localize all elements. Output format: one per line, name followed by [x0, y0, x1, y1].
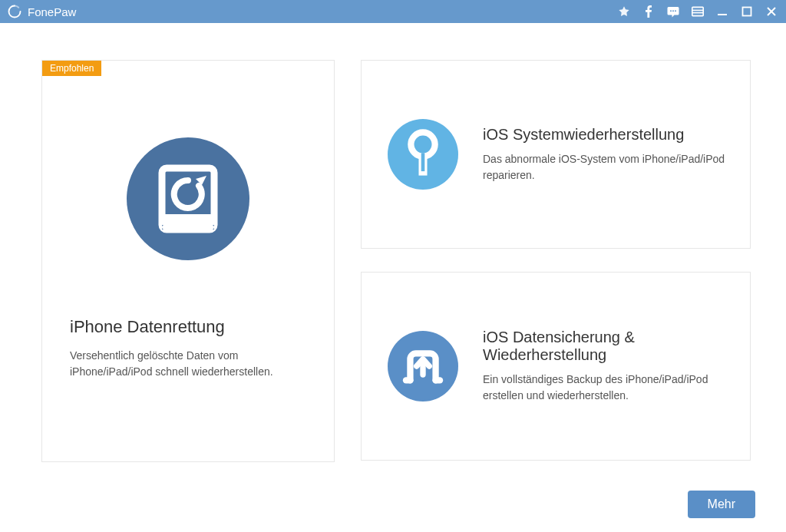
main-content: Empfohlen iPhone Datenrettung Versehentl…: [0, 23, 786, 532]
card-body: iPhone Datenrettung Versehentlich gelösc…: [42, 61, 334, 403]
card-ios-backup-restore[interactable]: iOS Datensicherung & Wiederherstellung E…: [361, 272, 751, 461]
system-recovery-icon: [385, 119, 461, 190]
card-title: iOS Datensicherung & Wiederherstellung: [483, 329, 727, 364]
svg-rect-7: [743, 8, 751, 16]
card-description: Versehentlich gelöschte Daten vom iPhone…: [70, 348, 306, 380]
data-recovery-icon: [127, 137, 249, 263]
card-description: Ein vollständiges Backup des iPhone/iPad…: [483, 372, 727, 404]
facebook-icon[interactable]: [642, 5, 656, 18]
close-button[interactable]: [765, 5, 778, 18]
app-title: FonePaw: [28, 5, 76, 18]
card-text: iOS Datensicherung & Wiederherstellung E…: [483, 329, 727, 404]
premium-icon[interactable]: [617, 5, 631, 18]
app-logo-icon: [8, 5, 21, 18]
card-description: Das abnormale iOS-System vom iPhone/iPad…: [483, 151, 727, 183]
svg-rect-3: [692, 7, 703, 15]
card-ios-system-recovery[interactable]: iOS Systemwiederherstellung Das abnormal…: [361, 60, 751, 249]
backup-restore-icon: [385, 331, 461, 401]
svg-point-1: [672, 10, 674, 12]
svg-point-2: [675, 10, 676, 12]
chat-icon[interactable]: [666, 5, 680, 18]
menu-icon[interactable]: [691, 5, 705, 18]
svg-point-0: [670, 10, 672, 12]
card-iphone-data-recovery[interactable]: Empfohlen iPhone Datenrettung Versehentl…: [41, 60, 335, 462]
minimize-button[interactable]: [715, 5, 729, 18]
card-title: iPhone Datenrettung: [70, 317, 225, 337]
svg-point-10: [127, 137, 249, 260]
svg-rect-18: [421, 153, 425, 171]
card-text: iOS Systemwiederherstellung Das abnormal…: [483, 126, 727, 183]
recommended-badge: Empfohlen: [42, 61, 101, 76]
right-column: iOS Systemwiederherstellung Das abnormal…: [361, 60, 751, 517]
maximize-button[interactable]: [740, 5, 754, 18]
titlebar-right: [617, 5, 778, 18]
svg-rect-14: [162, 225, 214, 230]
more-button[interactable]: Mehr: [688, 491, 755, 518]
titlebar: FonePaw: [0, 0, 786, 23]
card-title: iOS Systemwiederherstellung: [483, 126, 727, 144]
titlebar-left: FonePaw: [8, 5, 76, 18]
